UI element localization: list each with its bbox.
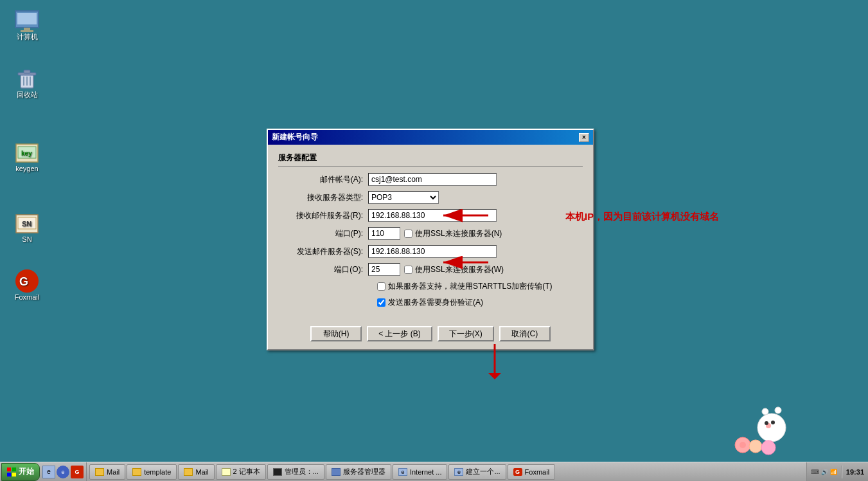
email-label: 邮件帐号(A): [278,174,368,185]
email-input[interactable] [368,173,497,186]
svg-rect-37 [7,473,11,476]
taskbar-item-template[interactable]: template [127,464,177,480]
taskbar-item-internet[interactable]: e Internet ... [393,464,448,480]
taskbar: 开始 e e G Mail template Mail 2 记事本 管理员：..… [0,462,868,481]
recv-server-label: 接收邮件服务器(R): [278,210,368,221]
dialog-title: 新建帐号向导 [272,132,318,143]
auth-row: 发送服务器需要身份验证(A) [373,297,583,308]
svg-text:G: G [19,275,28,288]
send-server-row: 发送邮件服务器(S): [278,245,583,258]
dialog-close-button[interactable]: × [579,133,589,142]
system-tray: ⌨ 🔊 📶 19:31 [806,462,868,481]
taskbar-item-foxmail-tb[interactable]: G Foxmail [508,464,556,480]
computer-icon [14,10,40,33]
next-button[interactable]: 下一步(X) [438,326,494,341]
recv-type-select[interactable]: POP3 IMAP [368,191,439,204]
prev-button[interactable]: < 上一步 (B) [367,326,432,341]
svg-text:SN: SN [22,220,31,228]
taskbar-item-admin[interactable]: 管理员：... [267,464,324,480]
send-port-row: 端口(O): 使用SSL来连接服务器(W) [278,263,583,276]
quicklaunch-foxmail[interactable]: G [71,466,84,478]
new-account-wizard-dialog: 新建帐号向导 × 服务器配置 邮件帐号(A): 接收服务器类型: POP3 IM… [267,129,594,350]
tray-icon-3[interactable]: 📶 [830,469,837,475]
svg-rect-6 [24,70,30,73]
send-port-label: 端口(O): [278,264,368,275]
desktop-icon-keygen[interactable]: key keygen [6,141,48,173]
recycle-icon [15,68,39,91]
dialog-footer: 帮助(H) < 上一步 (B) 下一步(X) 取消(C) [268,321,593,349]
keygen-icon: key [15,141,39,165]
svg-rect-1 [17,13,37,24]
taskbar-item-build[interactable]: e 建立一个... [448,464,506,480]
svg-rect-35 [7,467,11,471]
computer-icon-label: 计算机 [17,33,38,41]
sn-icon: SN [15,212,39,235]
foxmail-taskbar-icon: G [513,468,522,476]
recv-ssl-row: 使用SSL来连接服务器(N) [404,228,502,239]
starttls-row: 如果服务器支持，就使用STARTTLS加密传输(T) [373,281,583,292]
keygen-icon-label: keygen [15,165,38,173]
taskbar-items-area: Mail template Mail 2 记事本 管理员：... 服务器管理器 … [87,462,806,481]
send-ssl-label: 使用SSL来连接服务器(W) [415,264,504,275]
recv-port-row: 端口(P): 使用SSL来连接服务器(N) [278,227,583,240]
folder-icon-template [132,468,141,476]
cmd-icon [273,468,282,476]
taskbar-item-mail1[interactable]: Mail [89,464,125,480]
svg-text:key: key [21,150,32,157]
send-server-label: 发送邮件服务器(S): [278,246,368,257]
taskbar-item-servermgr[interactable]: 服务器管理器 [326,464,391,480]
svg-rect-38 [12,473,16,476]
auth-checkbox-row: 发送服务器需要身份验证(A) [377,297,483,308]
recv-server-input[interactable] [368,209,497,222]
recv-ssl-checkbox[interactable] [404,230,412,238]
send-ssl-checkbox[interactable] [404,266,412,274]
dialog-body: 服务器配置 邮件帐号(A): 接收服务器类型: POP3 IMAP 接收邮件服务… [268,145,593,321]
recv-port-input[interactable] [368,227,400,240]
recv-ssl-label: 使用SSL来连接服务器(N) [415,228,502,239]
svg-rect-2 [24,28,30,30]
desktop-icon-computer[interactable]: 计算机 [6,10,48,41]
auth-label: 发送服务器需要身份验证(A) [388,297,483,308]
ie-icon-build: e [454,468,463,476]
tray-icon-1[interactable]: ⌨ [811,469,819,475]
ie-icon-internet: e [398,468,407,476]
recv-type-label: 接收服务器类型: [278,192,368,203]
send-ssl-row: 使用SSL来连接服务器(W) [404,264,504,275]
cancel-button[interactable]: 取消(C) [499,326,551,341]
quicklaunch-ie1[interactable]: e [42,466,55,478]
start-label: 开始 [19,466,34,477]
desktop-icon-foxmail[interactable]: G Foxmail [6,269,48,302]
help-button[interactable]: 帮助(H) [310,326,362,341]
recv-server-row: 接收邮件服务器(R): [278,209,583,222]
starttls-checkbox[interactable] [377,282,385,291]
starttls-checkbox-row: 如果服务器支持，就使用STARTTLS加密传输(T) [377,281,553,292]
folder-icon-mail1 [95,468,104,476]
quicklaunch-ie2[interactable]: e [57,466,69,478]
tray-icons: ⌨ 🔊 📶 [811,469,837,475]
taskbar-template-label: template [144,468,171,476]
server-icon [332,468,341,476]
taskbar-item-notes[interactable]: 2 记事本 [216,464,266,480]
svg-rect-36 [12,467,16,471]
sn-icon-label: SN [22,235,31,244]
recycle-icon-label: 回收站 [17,91,38,99]
send-server-input[interactable] [368,245,497,258]
desktop-icon-recycle[interactable]: 回收站 [6,68,48,99]
foxmail-icon-label: Foxmail [15,293,40,302]
taskbar-item-mail2[interactable]: Mail [178,464,214,480]
starttls-label: 如果服务器支持，就使用STARTTLS加密传输(T) [388,281,553,292]
folder-icon-mail2 [184,468,193,476]
notepad-icon [222,468,231,476]
send-port-input[interactable] [368,263,400,276]
start-button[interactable]: 开始 [1,463,40,481]
email-row: 邮件帐号(A): [278,173,583,186]
svg-rect-3 [21,30,33,32]
section-title: 服务器配置 [278,152,583,167]
windows-logo-icon [7,467,16,476]
recv-type-row: 接收服务器类型: POP3 IMAP [278,191,583,204]
foxmail-desktop-icon: G [14,269,40,293]
recv-port-label: 端口(P): [278,228,368,239]
tray-icon-2[interactable]: 🔊 [821,469,828,475]
desktop-icon-sn[interactable]: SN SN [6,212,48,244]
auth-checkbox[interactable] [377,298,385,307]
